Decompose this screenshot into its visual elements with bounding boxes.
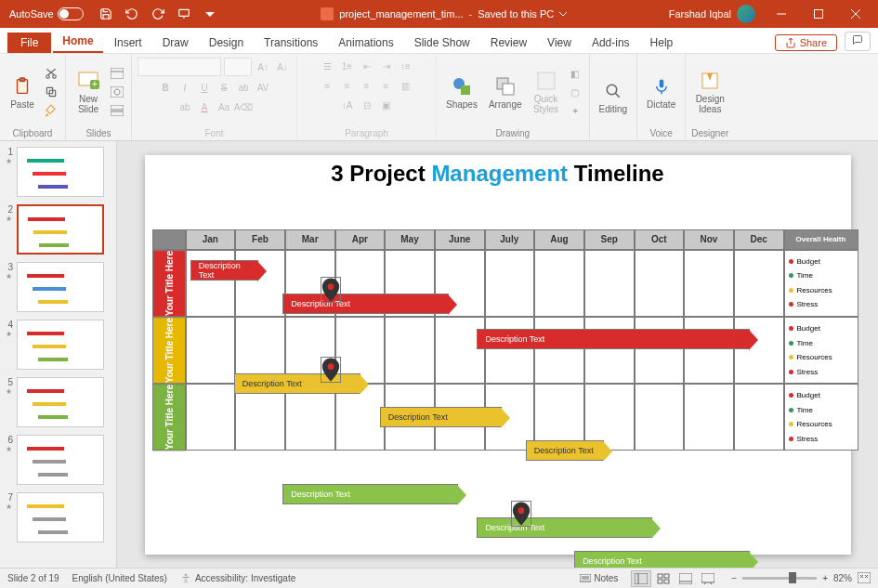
present-icon[interactable] (177, 7, 191, 21)
fit-to-window-button[interactable] (858, 572, 871, 585)
font-color-button[interactable]: A (196, 98, 213, 115)
underline-button[interactable]: U (196, 79, 213, 96)
accessibility-status[interactable]: Accessibility: Investigate (180, 573, 295, 584)
tab-addins[interactable]: Add-ins (583, 33, 639, 53)
slide-thumbnail[interactable]: 7 ★ (4, 492, 112, 542)
share-icon (785, 37, 796, 48)
arrange-button[interactable]: Arrange (485, 73, 526, 111)
gantt-cell (534, 250, 584, 317)
new-slide-button[interactable]: + New Slide (72, 68, 105, 116)
shadow-button[interactable]: ab (235, 79, 252, 96)
comments-button[interactable] (845, 32, 871, 51)
slideshow-view-button[interactable] (698, 570, 718, 587)
thumb-number: 1 (4, 147, 13, 157)
save-icon[interactable] (98, 7, 113, 21)
tab-insert[interactable]: Insert (105, 33, 151, 53)
qat-more-icon[interactable] (203, 7, 217, 21)
tab-home[interactable]: Home (53, 31, 102, 53)
reading-view-button[interactable] (675, 570, 696, 587)
line-spacing-button[interactable]: ↕≡ (398, 58, 414, 74)
highlight-button[interactable]: ab (177, 98, 193, 115)
shapes-button[interactable]: Shapes (442, 73, 481, 111)
numbering-button[interactable]: 1≡ (339, 58, 356, 74)
gantt-cell (385, 317, 435, 384)
clear-format-button[interactable]: A⌫ (235, 98, 252, 115)
slide-thumbnails-panel[interactable]: 1 ★ 2 ★ 3 ★ 4 ★ 5 ★ (0, 141, 117, 568)
tab-animations[interactable]: Animations (329, 33, 402, 53)
align-right-button[interactable]: ≡ (359, 77, 375, 94)
align-left-button[interactable]: ≡ (320, 77, 336, 94)
dictate-button[interactable]: Dictate (643, 73, 679, 111)
slide-canvas[interactable]: 3 Project Management Timeline JanFebMarA… (117, 141, 878, 568)
svg-rect-23 (111, 111, 124, 116)
undo-icon[interactable] (124, 7, 139, 21)
spacing-button[interactable]: AV (255, 79, 271, 96)
align-center-button[interactable]: ≡ (339, 77, 356, 94)
thumb-preview (17, 320, 104, 370)
tab-file[interactable]: File (7, 33, 51, 53)
strikethrough-button[interactable]: S (216, 79, 232, 96)
svg-point-36 (518, 508, 524, 515)
close-button[interactable] (837, 0, 874, 28)
smartart-button[interactable]: ▣ (378, 97, 395, 113)
layout-button[interactable] (109, 65, 125, 82)
quick-styles-button[interactable]: Quick Styles (530, 68, 563, 116)
zoom-slider[interactable] (742, 577, 817, 580)
slide-thumbnail[interactable]: 6 ★ (4, 435, 112, 485)
paste-button[interactable]: Paste (6, 73, 39, 111)
indent-decrease-button[interactable]: ⇤ (359, 58, 375, 74)
maximize-button[interactable] (800, 0, 837, 28)
design-ideas-button[interactable]: Design Ideas (692, 68, 728, 116)
shape-effects-button[interactable]: ✦ (567, 102, 583, 119)
decrease-font-button[interactable]: A↓ (274, 59, 291, 75)
slide-thumbnail[interactable]: 1 ★ (4, 147, 112, 197)
format-painter-button[interactable] (43, 102, 59, 119)
section-button[interactable] (109, 102, 125, 119)
autosave-toggle[interactable]: AutoSave (4, 7, 89, 20)
font-name-combo[interactable] (138, 58, 221, 76)
notes-button[interactable]: Notes (580, 573, 618, 583)
slide-thumbnail[interactable]: 3 ★ (4, 262, 112, 312)
editing-button[interactable]: Editing (596, 78, 632, 116)
chevron-down-icon[interactable] (559, 10, 567, 18)
animation-star-icon: ★ (6, 272, 12, 281)
slide-thumbnail[interactable]: 4 ★ (4, 320, 112, 370)
redo-icon[interactable] (151, 7, 165, 21)
row-label: Your Title Here (152, 317, 186, 384)
tab-review[interactable]: Review (481, 33, 536, 53)
reset-button[interactable] (109, 84, 125, 100)
bold-button[interactable]: B (157, 79, 174, 96)
columns-button[interactable]: ▥ (398, 77, 414, 94)
language-status[interactable]: English (United States) (72, 573, 167, 583)
tab-view[interactable]: View (538, 33, 581, 53)
zoom-value[interactable]: 82% (833, 573, 852, 583)
slide-thumbnail[interactable]: 5 ★ (4, 377, 112, 427)
shape-outline-button[interactable]: ▢ (567, 84, 583, 100)
normal-view-button[interactable] (631, 570, 651, 587)
indent-increase-button[interactable]: ⇥ (378, 58, 395, 74)
tab-draw[interactable]: Draw (153, 33, 198, 53)
main-area: 1 ★ 2 ★ 3 ★ 4 ★ 5 ★ (0, 141, 878, 568)
bullets-button[interactable]: ☰ (320, 58, 336, 74)
justify-button[interactable]: ≡ (378, 77, 395, 94)
shape-fill-button[interactable]: ◧ (567, 65, 583, 82)
tab-transitions[interactable]: Transitions (255, 33, 327, 53)
share-button[interactable]: Share (775, 34, 837, 51)
change-case-button[interactable]: Aa (216, 98, 232, 115)
tab-help[interactable]: Help (641, 33, 683, 53)
zoom-out-button[interactable]: − (731, 573, 737, 583)
font-size-combo[interactable] (224, 58, 252, 76)
align-text-button[interactable]: ⊟ (359, 97, 375, 113)
slide-thumbnail[interactable]: 2 ★ (4, 204, 112, 255)
copy-button[interactable] (43, 84, 59, 100)
tab-design[interactable]: Design (200, 33, 253, 53)
increase-font-button[interactable]: A↑ (255, 59, 271, 75)
italic-button[interactable]: I (177, 79, 193, 96)
user-section[interactable]: Farshad Iqbal (662, 5, 763, 23)
zoom-in-button[interactable]: + (822, 573, 828, 583)
text-direction-button[interactable]: ↕A (339, 97, 356, 113)
cut-button[interactable] (43, 65, 59, 82)
sorter-view-button[interactable] (653, 570, 674, 587)
minimize-button[interactable] (763, 0, 800, 28)
tab-slideshow[interactable]: Slide Show (405, 33, 479, 53)
